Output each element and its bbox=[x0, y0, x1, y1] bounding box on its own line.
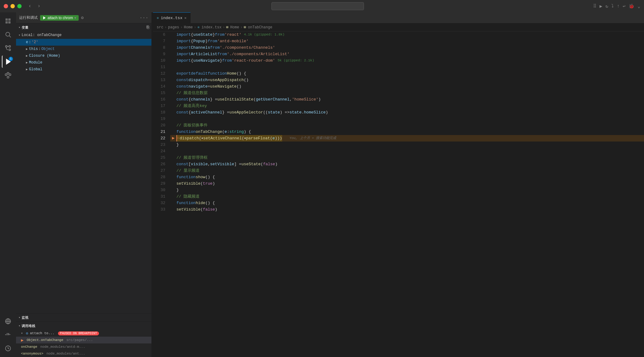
scope-local[interactable]: ▾ Local: onTabChange bbox=[16, 31, 151, 39]
bc-home-func-icon: ⊞ bbox=[226, 25, 228, 30]
svg-rect-10 bbox=[5, 74, 7, 76]
code-line-17: // 频道高亮key bbox=[170, 103, 644, 109]
code-line-28: function show() { bbox=[170, 174, 644, 180]
ln-12: 12 bbox=[153, 70, 165, 77]
step-over-icon[interactable]: ⤵ bbox=[611, 3, 614, 9]
ellipsis-icon[interactable]: ··· bbox=[139, 15, 148, 21]
code-line-18: const { activeChannel } = useAppSelector… bbox=[170, 109, 644, 116]
debug-icon[interactable]: 🐞 bbox=[629, 3, 634, 9]
callstack-onchange[interactable]: onChange node_modules/antd-m... bbox=[16, 343, 151, 350]
svg-rect-2 bbox=[6, 21, 8, 23]
callstack-header[interactable]: ▾ 调用堆栈 bbox=[16, 322, 151, 330]
cs-src-onchange: node_modules/antd-m... bbox=[40, 345, 85, 349]
play-icon[interactable]: ▶ bbox=[600, 3, 602, 9]
bc-src[interactable]: src bbox=[157, 25, 163, 30]
scope-chevron-icon: ▾ bbox=[19, 33, 20, 37]
svg-rect-0 bbox=[6, 18, 8, 21]
var-closure[interactable]: ▶ Closure (Home) bbox=[16, 52, 151, 59]
code-line-33: setVisible(false) bbox=[170, 206, 644, 213]
tab-index-tsx[interactable]: ⚛ index.tsx ✕ bbox=[153, 12, 191, 23]
ln-9: 9 bbox=[153, 51, 165, 57]
bc-indextsx[interactable]: index.tsx bbox=[201, 25, 221, 30]
titlebar: ‹ › ⠿ ▶ ↻ ⤵ ↑ ↩ 🐞 ⌄ bbox=[0, 0, 644, 12]
variables-copy-icon[interactable]: ⎘ bbox=[147, 25, 149, 30]
ln-15: 15 bbox=[153, 90, 165, 96]
svg-point-6 bbox=[6, 46, 7, 47]
refresh-icon[interactable]: ↻ bbox=[605, 3, 608, 9]
activity-docker[interactable] bbox=[2, 329, 14, 341]
callstack-anonymous[interactable]: <anonymous> node_modules/ant... bbox=[16, 350, 151, 357]
minimize-button[interactable] bbox=[10, 4, 15, 8]
watch-header[interactable]: ▾ 监视 bbox=[16, 314, 151, 322]
search-box[interactable] bbox=[271, 2, 364, 10]
svg-rect-3 bbox=[8, 21, 10, 23]
editor-area: ⚛ index.tsx ✕ src › pages › Home › ⚛ ind… bbox=[153, 12, 644, 357]
step-out-icon[interactable]: ↑ bbox=[617, 4, 620, 9]
var-global[interactable]: ▶ Global bbox=[16, 66, 151, 73]
svg-rect-19 bbox=[8, 333, 9, 334]
code-line-14: const navigate = useNavigate() bbox=[170, 83, 644, 90]
traffic-lights bbox=[4, 4, 22, 8]
svg-point-8 bbox=[9, 46, 11, 47]
git-blame-22: You, 上个月 • 搜索功能完成 bbox=[290, 135, 336, 142]
var-this[interactable]: ▶ this : Object bbox=[16, 46, 151, 52]
var-e[interactable]: e : '2' bbox=[16, 39, 151, 46]
chevron-down-icon[interactable]: ⌄ bbox=[638, 3, 640, 9]
debug-toolbar: 运行和调试 attach to chrom ▾ ⚙ ··· bbox=[16, 12, 151, 23]
ln-13: 13 bbox=[153, 77, 165, 83]
variables-header[interactable]: ▾ 变量 ⎘ bbox=[16, 23, 151, 31]
code-content: 6 7 8 9 10 11 12 13 14 15 16 17 18 19 20… bbox=[153, 31, 644, 213]
global-chevron-icon: ▶ bbox=[26, 68, 28, 71]
cs-func-onchange: onChange bbox=[21, 345, 37, 349]
maximize-button[interactable] bbox=[17, 4, 22, 8]
ln-11: 11 bbox=[153, 64, 165, 70]
code-line-26: const [visible, setVisible] = useState(f… bbox=[170, 161, 644, 167]
module-chevron-icon: ▶ bbox=[26, 61, 28, 64]
attach-icon: ⚙ bbox=[26, 331, 28, 336]
ln-23: 23 bbox=[153, 142, 165, 148]
ln-25: 25 bbox=[153, 154, 165, 161]
tab-close-button[interactable]: ✕ bbox=[184, 16, 186, 20]
bc-home-folder[interactable]: Home bbox=[184, 25, 193, 30]
activity-debug[interactable]: 1 bbox=[2, 55, 14, 68]
bc-pages[interactable]: pages bbox=[168, 25, 179, 30]
activity-extensions[interactable] bbox=[2, 69, 14, 81]
activity-search[interactable] bbox=[2, 28, 14, 41]
ln-28: 28 bbox=[153, 174, 165, 180]
var-name-module: Module bbox=[29, 60, 42, 65]
activity-explorer[interactable] bbox=[2, 15, 14, 27]
close-button[interactable] bbox=[4, 4, 8, 8]
gear-icon[interactable]: ⚙ bbox=[81, 15, 84, 20]
nav-forward-button[interactable]: › bbox=[36, 3, 43, 10]
ln-17: 17 bbox=[153, 103, 165, 109]
activity-source-control[interactable] bbox=[2, 42, 14, 54]
undo-icon[interactable]: ↩ bbox=[623, 3, 625, 9]
titlebar-center bbox=[271, 2, 364, 10]
bc-sep-2: › bbox=[180, 25, 183, 30]
code-editor[interactable]: 6 7 8 9 10 11 12 13 14 15 16 17 18 19 20… bbox=[153, 31, 644, 357]
ln-26: 26 bbox=[153, 161, 165, 167]
toolbar-icons: ⠿ ▶ ↻ ⤵ ↑ ↩ 🐞 ⌄ bbox=[593, 3, 640, 9]
ln-8: 8 bbox=[153, 44, 165, 51]
debug-run-button[interactable]: attach to chrom ▾ bbox=[40, 15, 79, 21]
callstack-ontabchange[interactable]: ▶ Object.onTabChange src/pages/... bbox=[16, 337, 151, 343]
var-module[interactable]: ▶ Module bbox=[16, 59, 151, 66]
ln-18: 18 bbox=[153, 109, 165, 116]
var-name-this: this bbox=[29, 47, 38, 51]
debug-sidebar: 运行和调试 attach to chrom ▾ ⚙ ··· ▾ 变量 ⎘ ▾ L… bbox=[16, 12, 152, 357]
svg-rect-1 bbox=[8, 18, 10, 21]
bc-ontabchange[interactable]: onTabChange bbox=[248, 25, 272, 30]
tab-bar: ⚛ index.tsx ✕ bbox=[153, 12, 644, 23]
activity-remote[interactable] bbox=[2, 315, 14, 327]
breadcrumb: src › pages › Home › ⚛ index.tsx › ⊞ Hom… bbox=[153, 23, 644, 31]
code-line-12: export default function Home() { bbox=[170, 70, 644, 77]
ln-7: 7 bbox=[153, 38, 165, 44]
svg-line-5 bbox=[9, 36, 11, 37]
callstack-title: 调用堆栈 bbox=[22, 324, 35, 328]
activity-timeline[interactable] bbox=[2, 342, 14, 355]
svg-marker-21 bbox=[43, 16, 46, 19]
nav-back-button[interactable]: ‹ bbox=[27, 3, 33, 10]
bc-home-func[interactable]: Home bbox=[230, 25, 239, 30]
callstack-attach-header[interactable]: ▾ ⚙ attach to... PAUSED ON BREAKPOINT bbox=[16, 330, 151, 337]
var-name-e: e bbox=[26, 40, 28, 44]
